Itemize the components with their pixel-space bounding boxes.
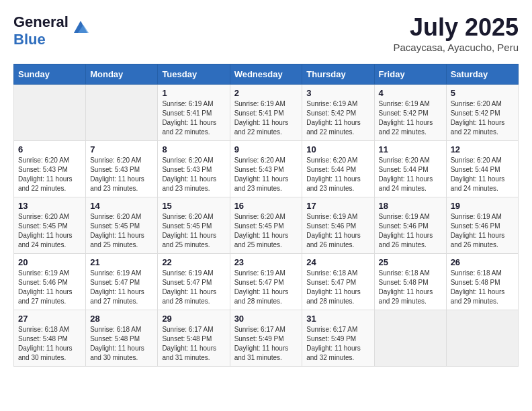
day-number: 9 bbox=[234, 144, 298, 154]
calendar-day-cell: 4Sunrise: 6:19 AM Sunset: 5:42 PM Daylig… bbox=[374, 85, 446, 141]
calendar-day-cell: 27Sunrise: 6:18 AM Sunset: 5:48 PM Dayli… bbox=[14, 310, 86, 367]
day-number: 29 bbox=[162, 314, 225, 324]
day-info: Sunrise: 6:18 AM Sunset: 5:47 PM Dayligh… bbox=[306, 269, 369, 306]
calendar-day-cell: 30Sunrise: 6:17 AM Sunset: 5:49 PM Dayli… bbox=[230, 310, 302, 367]
day-info: Sunrise: 6:20 AM Sunset: 5:44 PM Dayligh… bbox=[451, 156, 514, 193]
calendar-day-cell: 22Sunrise: 6:19 AM Sunset: 5:47 PM Dayli… bbox=[158, 254, 230, 310]
day-number: 13 bbox=[18, 201, 81, 211]
day-of-week-header: Friday bbox=[374, 64, 446, 85]
calendar-day-cell: 6Sunrise: 6:20 AM Sunset: 5:43 PM Daylig… bbox=[14, 141, 86, 197]
day-info: Sunrise: 6:19 AM Sunset: 5:47 PM Dayligh… bbox=[90, 269, 153, 306]
title-section: July 2025 Pacaycasa, Ayacucho, Peru bbox=[393, 13, 519, 53]
day-number: 19 bbox=[451, 201, 514, 211]
calendar-day-cell: 28Sunrise: 6:18 AM Sunset: 5:48 PM Dayli… bbox=[86, 310, 158, 367]
day-number: 31 bbox=[306, 314, 369, 324]
calendar-day-cell: 26Sunrise: 6:18 AM Sunset: 5:48 PM Dayli… bbox=[446, 254, 518, 310]
day-info: Sunrise: 6:17 AM Sunset: 5:49 PM Dayligh… bbox=[234, 325, 298, 363]
calendar-week-row: 1Sunrise: 6:19 AM Sunset: 5:41 PM Daylig… bbox=[14, 85, 519, 141]
day-number: 18 bbox=[379, 201, 442, 211]
day-number: 4 bbox=[379, 88, 442, 98]
calendar-day-cell: 16Sunrise: 6:20 AM Sunset: 5:45 PM Dayli… bbox=[230, 197, 302, 254]
calendar-day-cell: 15Sunrise: 6:20 AM Sunset: 5:45 PM Dayli… bbox=[158, 197, 230, 254]
calendar-week-row: 20Sunrise: 6:19 AM Sunset: 5:46 PM Dayli… bbox=[14, 254, 519, 310]
day-number: 20 bbox=[18, 257, 81, 267]
calendar-day-cell bbox=[14, 85, 86, 141]
day-number: 30 bbox=[234, 314, 298, 324]
day-info: Sunrise: 6:20 AM Sunset: 5:45 PM Dayligh… bbox=[234, 212, 298, 250]
day-number: 23 bbox=[234, 257, 298, 267]
calendar-week-row: 6Sunrise: 6:20 AM Sunset: 5:43 PM Daylig… bbox=[14, 141, 519, 197]
calendar-day-cell: 13Sunrise: 6:20 AM Sunset: 5:45 PM Dayli… bbox=[14, 197, 86, 254]
calendar-day-cell: 14Sunrise: 6:20 AM Sunset: 5:45 PM Dayli… bbox=[86, 197, 158, 254]
day-info: Sunrise: 6:19 AM Sunset: 5:41 PM Dayligh… bbox=[162, 99, 225, 137]
calendar-day-cell bbox=[86, 85, 158, 141]
calendar-day-cell: 17Sunrise: 6:19 AM Sunset: 5:46 PM Dayli… bbox=[302, 197, 374, 254]
day-number: 14 bbox=[90, 201, 153, 211]
calendar-day-cell: 19Sunrise: 6:19 AM Sunset: 5:46 PM Dayli… bbox=[446, 197, 518, 254]
day-info: Sunrise: 6:19 AM Sunset: 5:46 PM Dayligh… bbox=[379, 212, 442, 250]
day-of-week-header: Sunday bbox=[14, 64, 86, 85]
calendar-day-cell: 5Sunrise: 6:20 AM Sunset: 5:42 PM Daylig… bbox=[446, 85, 518, 141]
calendar-day-cell: 9Sunrise: 6:20 AM Sunset: 5:43 PM Daylig… bbox=[230, 141, 302, 197]
calendar-day-cell: 10Sunrise: 6:20 AM Sunset: 5:44 PM Dayli… bbox=[302, 141, 374, 197]
day-info: Sunrise: 6:19 AM Sunset: 5:41 PM Dayligh… bbox=[234, 99, 298, 137]
calendar-table: SundayMondayTuesdayWednesdayThursdayFrid… bbox=[13, 64, 519, 367]
day-number: 10 bbox=[306, 144, 369, 154]
day-info: Sunrise: 6:20 AM Sunset: 5:44 PM Dayligh… bbox=[379, 156, 442, 193]
day-number: 28 bbox=[90, 314, 153, 324]
day-number: 24 bbox=[306, 257, 369, 267]
calendar-day-cell: 3Sunrise: 6:19 AM Sunset: 5:42 PM Daylig… bbox=[302, 85, 374, 141]
day-number: 26 bbox=[451, 257, 514, 267]
day-of-week-header: Thursday bbox=[302, 64, 374, 85]
calendar-day-cell: 7Sunrise: 6:20 AM Sunset: 5:43 PM Daylig… bbox=[86, 141, 158, 197]
page-header: General Blue July 2025 Pacaycasa, Ayacuc… bbox=[13, 13, 519, 53]
day-info: Sunrise: 6:18 AM Sunset: 5:48 PM Dayligh… bbox=[90, 325, 153, 363]
calendar-day-cell: 29Sunrise: 6:17 AM Sunset: 5:48 PM Dayli… bbox=[158, 310, 230, 367]
day-number: 2 bbox=[234, 88, 298, 98]
day-of-week-header: Monday bbox=[86, 64, 158, 85]
day-info: Sunrise: 6:20 AM Sunset: 5:45 PM Dayligh… bbox=[90, 212, 153, 250]
day-number: 21 bbox=[90, 257, 153, 267]
day-info: Sunrise: 6:20 AM Sunset: 5:45 PM Dayligh… bbox=[18, 212, 81, 250]
calendar-day-cell: 11Sunrise: 6:20 AM Sunset: 5:44 PM Dayli… bbox=[374, 141, 446, 197]
day-info: Sunrise: 6:20 AM Sunset: 5:45 PM Dayligh… bbox=[162, 212, 225, 250]
calendar-day-cell: 25Sunrise: 6:18 AM Sunset: 5:48 PM Dayli… bbox=[374, 254, 446, 310]
day-number: 3 bbox=[306, 88, 369, 98]
calendar-day-cell: 12Sunrise: 6:20 AM Sunset: 5:44 PM Dayli… bbox=[446, 141, 518, 197]
calendar-day-cell: 18Sunrise: 6:19 AM Sunset: 5:46 PM Dayli… bbox=[374, 197, 446, 254]
day-number: 1 bbox=[162, 88, 225, 98]
day-number: 15 bbox=[162, 201, 225, 211]
month-title: July 2025 bbox=[393, 13, 519, 42]
calendar-day-cell: 24Sunrise: 6:18 AM Sunset: 5:47 PM Dayli… bbox=[302, 254, 374, 310]
calendar-day-cell: 2Sunrise: 6:19 AM Sunset: 5:41 PM Daylig… bbox=[230, 85, 302, 141]
day-info: Sunrise: 6:18 AM Sunset: 5:48 PM Dayligh… bbox=[18, 325, 81, 363]
calendar-week-row: 27Sunrise: 6:18 AM Sunset: 5:48 PM Dayli… bbox=[14, 310, 519, 367]
day-of-week-header: Tuesday bbox=[158, 64, 230, 85]
day-info: Sunrise: 6:19 AM Sunset: 5:42 PM Dayligh… bbox=[379, 99, 442, 137]
day-of-week-header: Wednesday bbox=[230, 64, 302, 85]
day-info: Sunrise: 6:19 AM Sunset: 5:42 PM Dayligh… bbox=[306, 99, 369, 137]
day-info: Sunrise: 6:19 AM Sunset: 5:46 PM Dayligh… bbox=[18, 269, 81, 306]
day-number: 16 bbox=[234, 201, 298, 211]
calendar-day-cell: 20Sunrise: 6:19 AM Sunset: 5:46 PM Dayli… bbox=[14, 254, 86, 310]
day-info: Sunrise: 6:17 AM Sunset: 5:48 PM Dayligh… bbox=[162, 325, 225, 363]
day-info: Sunrise: 6:19 AM Sunset: 5:46 PM Dayligh… bbox=[306, 212, 369, 250]
calendar-day-cell: 8Sunrise: 6:20 AM Sunset: 5:43 PM Daylig… bbox=[158, 141, 230, 197]
day-info: Sunrise: 6:18 AM Sunset: 5:48 PM Dayligh… bbox=[451, 269, 514, 306]
day-number: 17 bbox=[306, 201, 369, 211]
day-number: 12 bbox=[451, 144, 514, 154]
calendar-day-cell: 23Sunrise: 6:19 AM Sunset: 5:47 PM Dayli… bbox=[230, 254, 302, 310]
day-info: Sunrise: 6:20 AM Sunset: 5:44 PM Dayligh… bbox=[306, 156, 369, 193]
logo: General Blue bbox=[13, 13, 90, 49]
day-info: Sunrise: 6:19 AM Sunset: 5:46 PM Dayligh… bbox=[451, 212, 514, 250]
day-number: 6 bbox=[18, 144, 81, 154]
day-info: Sunrise: 6:20 AM Sunset: 5:43 PM Dayligh… bbox=[90, 156, 153, 193]
day-number: 27 bbox=[18, 314, 81, 324]
day-number: 5 bbox=[451, 88, 514, 98]
location-subtitle: Pacaycasa, Ayacucho, Peru bbox=[393, 42, 519, 53]
calendar-day-cell: 31Sunrise: 6:17 AM Sunset: 5:49 PM Dayli… bbox=[302, 310, 374, 367]
day-number: 11 bbox=[379, 144, 442, 154]
logo-text: General Blue bbox=[13, 13, 69, 49]
day-info: Sunrise: 6:18 AM Sunset: 5:48 PM Dayligh… bbox=[379, 269, 442, 306]
day-info: Sunrise: 6:20 AM Sunset: 5:43 PM Dayligh… bbox=[234, 156, 298, 193]
